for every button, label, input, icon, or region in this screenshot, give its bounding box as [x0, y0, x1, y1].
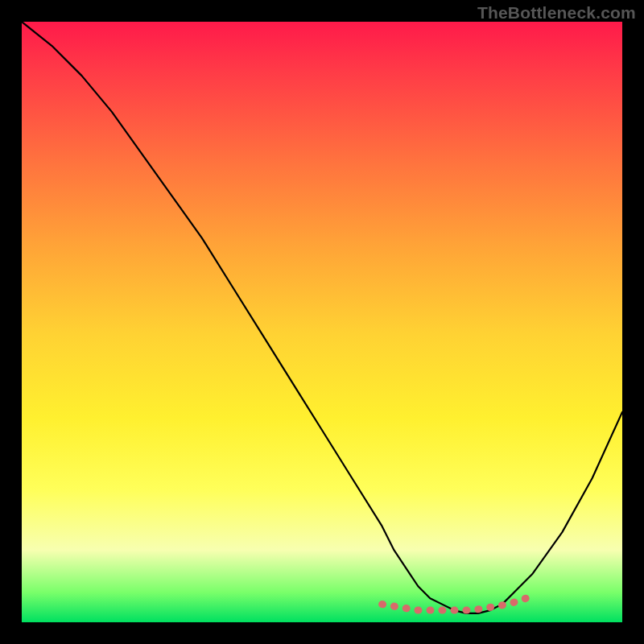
chart-frame: TheBottleneck.com	[0, 0, 644, 644]
watermark-text: TheBottleneck.com	[477, 3, 636, 23]
bottleneck-curve	[22, 22, 622, 613]
plot-area	[22, 22, 622, 622]
optimal-range-markers	[382, 598, 526, 610]
chart-svg	[22, 22, 622, 622]
